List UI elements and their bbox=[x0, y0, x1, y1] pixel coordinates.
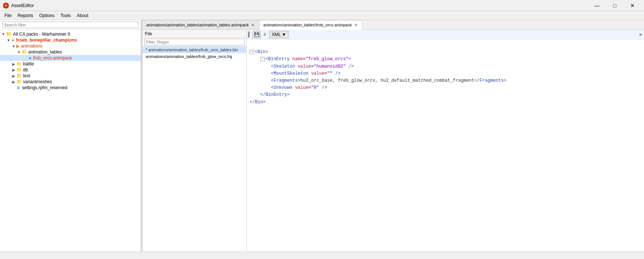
drag-handle bbox=[248, 32, 250, 38]
collapse-btn-binentry[interactable]: − bbox=[260, 57, 265, 61]
expand-icon-db: ▶ bbox=[11, 68, 16, 72]
app-title: AssetEditor bbox=[11, 3, 34, 8]
folder-icon-animations: ▶ bbox=[16, 43, 20, 49]
filter-input[interactable] bbox=[144, 39, 245, 45]
xml-toolbar: 💾 # XML ▼ ▶ bbox=[247, 30, 644, 39]
collapse-btn-bin[interactable]: − bbox=[250, 50, 254, 54]
pack-icon-froeb: ★ bbox=[11, 38, 15, 43]
expand-icon-froeb: ▼ bbox=[6, 38, 11, 42]
expand-icon: ▼ bbox=[1, 32, 6, 36]
tree-item-variantmeshes[interactable]: ▶ 📁 variantmeshes bbox=[0, 79, 141, 85]
tree-item-animation-tables[interactable]: ▼ 📁 animation_tables bbox=[0, 49, 141, 55]
expand-icon-anim-tables: ▼ bbox=[16, 50, 22, 54]
tree-label-froeb: froeb_bonepillar_champions bbox=[16, 38, 77, 43]
xml-line-5: <Fragments>hu2_orc_base, freb_glow_orcs,… bbox=[250, 78, 506, 83]
xml-line-6: <Unknown value="0" /> bbox=[250, 85, 327, 90]
folder-icon-db: 📁 bbox=[16, 67, 22, 72]
tab-label-animation-tables: animations\animation_tables\animation_ta… bbox=[146, 23, 249, 27]
left-panel: ▼ 📁 All CA packs - Warhammer II ▼ ★ froe… bbox=[0, 20, 141, 252]
right-panel: animations\animation_tables\animation_ta… bbox=[143, 20, 644, 252]
file-icon-settings: 🗎 bbox=[16, 85, 21, 90]
menu-about[interactable]: About bbox=[74, 12, 91, 19]
xml-code: −<Bin> −<BinEntry name="freb_glow_orcs">… bbox=[247, 39, 644, 115]
minimize-button[interactable]: — bbox=[588, 0, 605, 11]
tab-frob-orcs[interactable]: animations\animation_tables\frob_orcs.an… bbox=[260, 20, 362, 30]
tree-item-battle[interactable]: ▶ 📁 battle bbox=[0, 61, 141, 67]
expand-icon-variantmeshes: ▶ bbox=[11, 80, 16, 84]
folder-icon-battle: 📁 bbox=[16, 61, 22, 67]
xml-dropdown-icon: ▼ bbox=[282, 32, 286, 37]
status-bar bbox=[0, 252, 644, 259]
tab-close-frob-orcs[interactable]: ✕ bbox=[353, 22, 358, 27]
file-list-item-frg[interactable]: animations/animation_tables/frob_glow_or… bbox=[143, 53, 246, 60]
save-button[interactable]: 💾 bbox=[253, 31, 261, 38]
tree-label-battle: battle bbox=[23, 61, 34, 67]
xml-format-label: XML bbox=[272, 32, 281, 37]
search-box bbox=[0, 20, 141, 30]
menu-tools[interactable]: Tools bbox=[58, 12, 74, 19]
maximize-button[interactable]: □ bbox=[606, 0, 623, 11]
title-bar-left: A AssetEditor bbox=[3, 3, 34, 9]
folder-icon-anim-tables: 📁 bbox=[22, 49, 27, 55]
file-list-item-bin[interactable]: * animations/animation_tables/frob_orcs_… bbox=[143, 46, 246, 53]
folder-icon-all: 📁 bbox=[6, 31, 12, 37]
file-toolbar-label: File bbox=[145, 31, 152, 36]
tree-label-db: db bbox=[23, 67, 28, 72]
hash-separator: # bbox=[264, 32, 266, 37]
tree-label-all-ca-packs: All CA packs - Warhammer II bbox=[13, 32, 70, 37]
expand-icon-animations: ▼ bbox=[11, 44, 16, 48]
tree-item-text[interactable]: ▶ 📁 text bbox=[0, 73, 141, 79]
right-content: File * animations/animation_tables/frob_… bbox=[143, 30, 644, 252]
xml-line-4: <MountSkeleton value="" /> bbox=[250, 71, 341, 76]
tree-item-settings[interactable]: 🗎 settings.rpfm_reserved bbox=[0, 85, 141, 91]
close-button[interactable]: ✕ bbox=[624, 0, 641, 11]
xml-line-3: <Skeleton value="humanoid02" /> bbox=[250, 64, 354, 69]
tree-label-animations: animations bbox=[21, 43, 42, 49]
xml-format-button[interactable]: XML ▼ bbox=[269, 31, 289, 38]
menu-options[interactable]: Options bbox=[36, 12, 57, 19]
xml-line-8: </Bin> bbox=[250, 100, 266, 105]
search-input[interactable] bbox=[2, 22, 139, 28]
file-toolbar: File bbox=[143, 30, 246, 38]
tree-item-froeb-bonepillar[interactable]: ▼ ★ froeb_bonepillar_champions bbox=[0, 37, 141, 43]
tree-label-text: text bbox=[23, 73, 30, 78]
file-list: * animations/animation_tables/frob_orcs_… bbox=[143, 46, 246, 60]
xml-view: 💾 # XML ▼ ▶ −<Bin> −<BinEntry name="freb… bbox=[247, 30, 644, 252]
tab-close-animation-tables[interactable]: ✕ bbox=[250, 22, 256, 27]
menu-bar: File Reports Options Tools About bbox=[0, 11, 644, 20]
tab-label-frob-orcs: animations\animation_tables\frob_orcs.an… bbox=[263, 23, 352, 27]
scrollbar-right-icon[interactable]: ▶ bbox=[640, 32, 643, 36]
window-controls: — □ ✕ bbox=[588, 0, 641, 11]
xml-panel: −<Bin> −<BinEntry name="freb_glow_orcs">… bbox=[247, 39, 644, 252]
tree-label-variantmeshes: variantmeshes bbox=[23, 79, 52, 84]
menu-file[interactable]: File bbox=[1, 12, 14, 19]
file-icon-frob-orcs: ★ bbox=[28, 56, 32, 61]
file-list-panel: File * animations/animation_tables/frob_… bbox=[143, 30, 247, 252]
xml-line-1: −<Bin> bbox=[250, 49, 268, 55]
tree-label-animation-tables: animation_tables bbox=[28, 49, 62, 55]
tree-label-frob-orcs: frob_orcs.animpack bbox=[33, 55, 72, 61]
filter-box bbox=[143, 38, 246, 46]
xml-line-2: −<BinEntry name="freb_glow_orcs"> bbox=[250, 56, 351, 62]
expand-icon-battle: ▶ bbox=[11, 62, 16, 66]
tabs-row: animations\animation_tables\animation_ta… bbox=[143, 20, 644, 30]
tree-item-animations[interactable]: ▼ ▶ animations bbox=[0, 43, 141, 49]
menu-reports[interactable]: Reports bbox=[14, 12, 36, 19]
folder-icon-text: 📁 bbox=[16, 73, 22, 78]
tab-animation-tables[interactable]: animations\animation_tables\animation_ta… bbox=[143, 20, 260, 29]
expand-icon-text: ▶ bbox=[11, 74, 16, 78]
main-container: ▼ 📁 All CA packs - Warhammer II ▼ ★ froe… bbox=[0, 20, 644, 252]
tree-view: ▼ 📁 All CA packs - Warhammer II ▼ ★ froe… bbox=[0, 30, 141, 252]
xml-line-7: </BinEntry> bbox=[250, 92, 290, 97]
tree-label-settings: settings.rpfm_reserved bbox=[22, 85, 67, 90]
tree-item-frob-orcs[interactable]: ★ frob_orcs.animpack bbox=[0, 55, 141, 61]
save-icon: 💾 bbox=[254, 32, 260, 37]
title-bar: A AssetEditor — □ ✕ bbox=[0, 0, 644, 11]
folder-icon-variantmeshes: 📁 bbox=[16, 79, 22, 84]
app-icon: A bbox=[3, 3, 9, 9]
tree-item-db[interactable]: ▶ 📁 db bbox=[0, 67, 141, 73]
tree-item-all-ca-packs[interactable]: ▼ 📁 All CA packs - Warhammer II bbox=[0, 31, 141, 37]
